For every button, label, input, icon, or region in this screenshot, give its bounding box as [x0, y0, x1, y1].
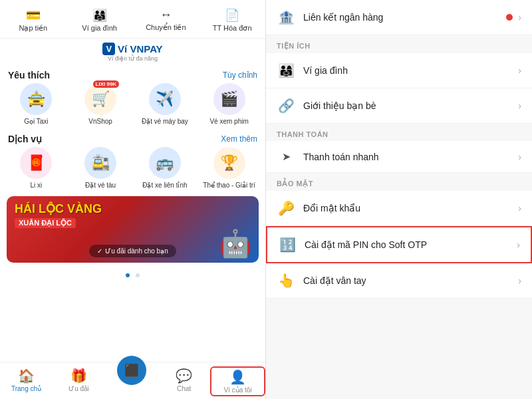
- menu-lien-ket-ngan-hang[interactable]: 🏦 Liên kết ngân hàng ›: [266, 0, 532, 35]
- trang-chu-icon: 🏠: [0, 368, 53, 384]
- yeu-thich-title: Yêu thích: [8, 70, 50, 80]
- tt-hoa-don-icon: 📄: [200, 8, 264, 23]
- dat-ve-tau-circle: 🚉: [84, 147, 116, 179]
- trang-chu-label: Trang chủ: [11, 385, 41, 392]
- ve-xem-phim-circle: 🎬: [213, 83, 245, 115]
- logo-sub: Ví điện tử đa năng: [0, 55, 265, 62]
- dat-ve-tau-icon: 🚉: [92, 154, 110, 172]
- banner-title: HÁI LỘC VÀNG: [15, 203, 102, 216]
- uu-dai-label: Ưu đãi: [68, 385, 89, 392]
- icon-ve-xem-phim[interactable]: 🎬 Vé xem phim: [198, 83, 260, 126]
- goi-taxi-label: Gọi Taxi: [5, 118, 67, 126]
- gioi-thieu-icon: 🔗: [277, 98, 295, 114]
- bank-arrow: ›: [518, 12, 521, 23]
- dot-1: [136, 273, 140, 277]
- ve-xem-phim-label: Vé xem phim: [198, 118, 260, 126]
- icon-dat-xe-lien-tinh[interactable]: 🚌 Đặt xe liên tỉnh: [134, 147, 196, 190]
- nav-tt-hoa-don[interactable]: 📄 TT Hóa đơn: [199, 5, 265, 35]
- banner-mascot: 🤖: [219, 228, 252, 259]
- banner-text-block: HÁI LỘC VÀNG XUÂN ĐẠI LỘC: [15, 203, 102, 228]
- gioi-thieu-arrow: ›: [518, 100, 521, 111]
- the-thao-label: Thể thao - Giải trí: [198, 182, 260, 190]
- vi-cua-toi-icon: 👤: [211, 369, 264, 385]
- xem-them-link[interactable]: Xem thêm: [221, 134, 257, 144]
- the-thao-icon: 🏆: [220, 154, 238, 172]
- top-nav: 💳 Nạp tiền 👨‍👩‍👧 Ví gia đình ↔️ Chuyển t…: [0, 0, 265, 39]
- chat-icon: 💬: [158, 368, 210, 384]
- dat-xe-lien-tinh-circle: 🚌: [149, 147, 181, 179]
- li-xi-icon: 🧧: [27, 154, 45, 172]
- nav-trang-chu[interactable]: 🏠 Trang chủ: [0, 366, 53, 396]
- cai-dat-pin-label: Cài đặt mã PIN cho Soft OTP: [305, 239, 517, 250]
- bank-label: Liên kết ngân hàng: [303, 12, 506, 23]
- qr-button[interactable]: ⬛: [117, 356, 146, 385]
- logo-v-badge: V: [102, 43, 115, 55]
- goi-taxi-circle: 🚖: [20, 83, 52, 115]
- cai-dat-pin-icon: 🔢: [278, 237, 297, 253]
- thanh-toan-nhanh-label: Thanh toán nhanh: [303, 152, 518, 162]
- dat-xe-lien-tinh-label: Đặt xe liên tỉnh: [134, 182, 196, 190]
- vi-gia-dinh-icon: 👨‍👩‍👧: [68, 8, 132, 23]
- chat-label: Chat: [177, 385, 191, 392]
- tien-ich-section-label: TIỆN ÍCH: [266, 35, 532, 53]
- nav-vi-gia-dinh[interactable]: 👨‍👩‍👧 Ví gia đình: [66, 5, 133, 35]
- dat-ve-may-bay-icon: ✈️: [156, 90, 174, 108]
- vi-gia-dinh-arrow: ›: [518, 65, 521, 76]
- vnshop-icon: 🛒: [92, 90, 110, 108]
- banner-button[interactable]: ✓ Ưu đãi dành cho bạn: [89, 245, 176, 257]
- menu-vi-gia-dinh[interactable]: 👨‍👩‍👧 Ví gia đình ›: [266, 53, 532, 88]
- doi-mat-khau-arrow: ›: [518, 203, 521, 213]
- goi-taxi-icon: 🚖: [27, 90, 45, 108]
- gioi-thieu-label: Giới thiệu bạn bè: [303, 100, 518, 111]
- logo-text: Ví VNPAY: [118, 43, 163, 55]
- qr-icon: ⬛: [124, 363, 139, 378]
- menu-gioi-thieu-ban-be[interactable]: 🔗 Giới thiệu bạn bè ›: [266, 88, 532, 124]
- dat-xe-lien-tinh-icon: 🚌: [156, 154, 174, 172]
- li-xi-circle: 🧧: [20, 147, 52, 179]
- menu-cai-dat-pin[interactable]: 🔢 Cài đặt mã PIN cho Soft OTP ›: [266, 226, 532, 263]
- icon-dat-ve-tau[interactable]: 🚉 Đặt vé tàu: [70, 147, 132, 190]
- nav-uu-dai[interactable]: 🎁 Ưu đãi: [53, 366, 105, 396]
- nav-nap-tien[interactable]: 💳 Nạp tiền: [0, 5, 66, 35]
- right-panel: 🏦 Liên kết ngân hàng › TIỆN ÍCH 👨‍👩‍👧 Ví…: [266, 0, 532, 399]
- banner-subtitle: XUÂN ĐẠI LỘC: [15, 218, 76, 228]
- thanh-toan-nhanh-arrow: ›: [518, 152, 521, 162]
- tuy-chinh-link[interactable]: Tùy chỉnh: [223, 70, 257, 80]
- menu-cai-dat-van-tay[interactable]: 👆 Cài đặt vân tay ›: [266, 263, 532, 299]
- the-thao-circle: 🏆: [213, 147, 245, 179]
- cai-dat-van-tay-icon: 👆: [277, 273, 295, 289]
- dot-0: [126, 273, 130, 277]
- dich-vu-grid: 🧧 Li xi 🚉 Đặt vé tàu 🚌 Đặt xe liên tỉnh …: [0, 147, 265, 194]
- icon-goi-taxi[interactable]: 🚖 Gọi Taxi: [5, 83, 67, 126]
- icon-vnshop[interactable]: 🛒 LIXI 99K VnShop: [70, 83, 132, 126]
- menu-doi-mat-khau[interactable]: 🔑 Đổi mật khẩu ›: [266, 191, 532, 226]
- vi-gia-dinh-menu-icon: 👨‍👩‍👧: [277, 63, 295, 78]
- chuyen-tien-icon: ↔️: [134, 8, 198, 22]
- icon-li-xi[interactable]: 🧧 Li xi: [5, 147, 67, 190]
- ve-xem-phim-icon: 🎬: [220, 90, 238, 108]
- promo-banner[interactable]: HÁI LỘC VÀNG XUÂN ĐẠI LỘC 🤖 ✓ Ưu đãi dàn…: [7, 196, 259, 263]
- bank-icon: 🏦: [277, 9, 295, 25]
- carousel-dots: [0, 265, 265, 283]
- nav-chat[interactable]: 💬 Chat: [158, 366, 210, 396]
- uu-dai-icon: 🎁: [53, 368, 105, 384]
- nav-vi-cua-toi[interactable]: 👤 Ví của tôi: [210, 366, 265, 396]
- dat-ve-may-bay-circle: ✈️: [149, 83, 181, 115]
- yeu-thich-grid: 🚖 Gọi Taxi 🛒 LIXI 99K VnShop ✈️ Đặt vé m…: [0, 83, 265, 130]
- banner-btn-text: Ưu đãi dành cho bạn: [105, 247, 168, 255]
- thanh-toan-section-label: THANH TOÁN: [266, 124, 532, 141]
- vi-cua-toi-label: Ví của tôi: [223, 386, 251, 394]
- li-xi-label: Li xi: [5, 182, 67, 190]
- vi-gia-dinh-menu-label: Ví gia đình: [303, 65, 518, 76]
- vnshop-badge: LIXI 99K: [93, 80, 120, 88]
- nav-quet-ma-qr[interactable]: ⬛: [105, 366, 158, 396]
- vnshop-label: VnShop: [70, 118, 132, 126]
- icon-dat-ve-may-bay[interactable]: ✈️ Đặt vé máy bay: [134, 83, 196, 126]
- nav-chuyen-tien[interactable]: ↔️ Chuyển tiền: [133, 5, 200, 35]
- dat-ve-tau-label: Đặt vé tàu: [70, 182, 132, 190]
- left-panel: 💳 Nạp tiền 👨‍👩‍👧 Ví gia đình ↔️ Chuyển t…: [0, 0, 266, 399]
- logo-area: V Ví VNPAY Ví điện tử đa năng: [0, 39, 265, 66]
- menu-thanh-toan-nhanh[interactable]: ➤ Thanh toán nhanh ›: [266, 141, 532, 173]
- yeu-thich-header: Yêu thích Tùy chỉnh: [0, 66, 265, 83]
- icon-the-thao[interactable]: 🏆 Thể thao - Giải trí: [198, 147, 260, 190]
